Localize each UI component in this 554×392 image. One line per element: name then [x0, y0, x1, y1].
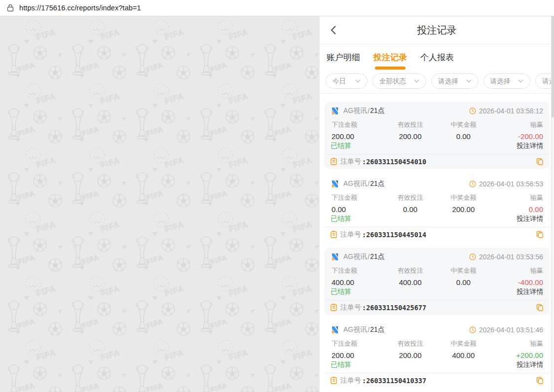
status-badge: 已结算	[331, 142, 351, 150]
bet-time: 2026-04-01 03:58:12	[479, 107, 543, 115]
filter-select-1-label: 请选择	[438, 77, 458, 86]
reports-panel: 投注记录 账户明细 投注记录 个人报表 今日 全部状态 请选择	[320, 16, 554, 392]
amount-labels-row: 下注金额 有效投注 中奖金额 输赢	[331, 339, 543, 348]
bet-detail-link[interactable]: 投注详情	[517, 142, 543, 150]
clock-icon	[469, 180, 476, 187]
label-bet-amount: 下注金额	[331, 193, 384, 202]
panel-header: 投注记录	[320, 16, 554, 44]
filter-status[interactable]: 全部状态	[372, 73, 426, 89]
game-table: 21点	[370, 107, 385, 115]
chevron-down-icon	[414, 79, 419, 83]
amount-values-row: 200.00 200.00 400.00 +200.00	[331, 351, 543, 359]
label-win-lose: 输赢	[490, 120, 543, 129]
card-header: AG视讯 / 21点 2026-04-01 03:56:53	[331, 179, 543, 189]
label-win-lose: 输赢	[490, 266, 543, 275]
tab-account-detail[interactable]: 账户明细	[327, 52, 360, 70]
filter-select-2[interactable]: 请选择	[483, 73, 531, 89]
profit-value: -200.00	[490, 132, 543, 141]
bet-record-card: AG视讯 / 21点 2026-04-01 03:58:12 下注金额 有效投注…	[325, 102, 549, 169]
bet-amount-value: 0.00	[331, 205, 384, 214]
game-table: 21点	[370, 252, 385, 261]
bet-detail-link[interactable]: 投注详情	[517, 360, 543, 369]
scrollbar[interactable]	[551, 16, 554, 392]
status-row: 已结算 投注详情	[331, 214, 543, 223]
label-valid-bet: 有效投注	[384, 339, 437, 348]
bet-record-card: AG视讯 / 21点 2026-04-01 03:51:46 下注金额 有效投注…	[325, 321, 549, 388]
game-name: AG视讯	[343, 252, 367, 261]
page-title: 投注记录	[417, 24, 457, 37]
clock-icon	[469, 107, 476, 114]
game-logo-icon	[331, 107, 339, 115]
game-name: AG视讯	[343, 325, 367, 334]
copy-button[interactable]	[536, 377, 543, 384]
browser-url-bar[interactable]: https://175616.cc/reports/index?tab=1	[0, 0, 554, 16]
copy-icon	[536, 158, 543, 165]
game-logo-icon	[331, 325, 339, 334]
copy-button[interactable]	[536, 304, 543, 311]
filter-bar: 今日 全部状态 请选择 请选择	[320, 70, 554, 94]
bet-detail-link[interactable]: 投注详情	[517, 214, 543, 223]
status-row: 已结算 投注详情	[331, 142, 543, 150]
order-label: 注单号	[340, 230, 361, 239]
bet-time: 2026-04-01 03:53:56	[479, 253, 543, 261]
bet-amount-value: 200.00	[331, 351, 384, 359]
chevron-down-icon	[355, 79, 361, 83]
game-logo-icon	[331, 179, 339, 188]
clock-icon	[469, 326, 476, 333]
tab-bar: 账户明细 投注记录 个人报表	[320, 44, 554, 70]
filter-date-label: 今日	[332, 77, 347, 86]
filter-select-1[interactable]: 请选择	[431, 73, 479, 89]
tab-bet-records[interactable]: 投注记录	[373, 52, 407, 70]
game-table: 21点	[370, 325, 385, 334]
valid-bet-value: 200.00	[384, 351, 437, 359]
game-slash: /	[368, 326, 369, 334]
valid-bet-value: 200.00	[384, 132, 437, 141]
bet-amount-value: 400.00	[331, 278, 384, 286]
win-amount-value: 400.00	[437, 351, 490, 359]
bet-detail-link[interactable]: 投注详情	[517, 287, 543, 296]
order-clipboard-icon	[331, 377, 337, 384]
order-clipboard-icon	[331, 158, 337, 165]
lock-icon	[7, 4, 14, 12]
order-clipboard-icon	[331, 304, 337, 311]
label-bet-amount: 下注金额	[331, 120, 384, 129]
filter-date[interactable]: 今日	[326, 73, 368, 89]
order-row: 注单号 :260331150425677	[325, 300, 549, 315]
amount-values-row: 400.00 400.00 0.00 -400.00	[331, 278, 543, 286]
win-amount-value: 0.00	[437, 278, 490, 286]
clock-icon	[469, 253, 476, 260]
label-bet-amount: 下注金额	[331, 339, 384, 348]
fifa-pattern-background: FIFA FIFA	[0, 16, 320, 392]
scrollbar-thumb[interactable]	[552, 16, 554, 117]
url-text[interactable]: https://175616.cc/reports/index?tab=1	[19, 4, 141, 12]
order-row: 注单号 :260331150454010	[325, 154, 549, 169]
card-header: AG视讯 / 21点 2026-04-01 03:58:12	[331, 106, 543, 116]
bet-time: 2026-04-01 03:56:53	[479, 180, 543, 188]
profit-value: 0.00	[490, 205, 543, 214]
order-row: 注单号 :260331150445014	[325, 227, 549, 242]
card-header: AG视讯 / 21点 2026-04-01 03:53:56	[331, 252, 543, 262]
chevron-down-icon	[466, 79, 472, 83]
copy-button[interactable]	[536, 231, 543, 238]
game-slash: /	[368, 253, 369, 261]
game-slash: /	[368, 180, 369, 188]
copy-icon	[536, 377, 543, 384]
order-clipboard-icon	[331, 231, 337, 238]
status-badge: 已结算	[331, 287, 351, 296]
win-amount-value: 200.00	[437, 205, 490, 214]
back-button[interactable]	[331, 16, 336, 44]
order-label: 注单号	[340, 376, 361, 385]
bet-amount-value: 200.00	[331, 132, 384, 141]
records-list: AG视讯 / 21点 2026-04-01 03:58:12 下注金额 有效投注…	[320, 94, 554, 392]
tab-personal-report[interactable]: 个人报表	[420, 52, 454, 70]
label-bet-amount: 下注金额	[331, 266, 384, 275]
bet-time: 2026-04-01 03:51:46	[479, 326, 543, 334]
order-label: 注单号	[340, 303, 361, 312]
valid-bet-value: 400.00	[384, 278, 437, 286]
order-number: :260331150445014	[362, 231, 426, 239]
status-row: 已结算 投注详情	[331, 360, 543, 369]
order-number: :260331150425677	[362, 304, 426, 312]
order-number: :260331150454010	[362, 158, 426, 166]
label-win-lose: 输赢	[490, 339, 543, 348]
copy-button[interactable]	[536, 158, 543, 165]
